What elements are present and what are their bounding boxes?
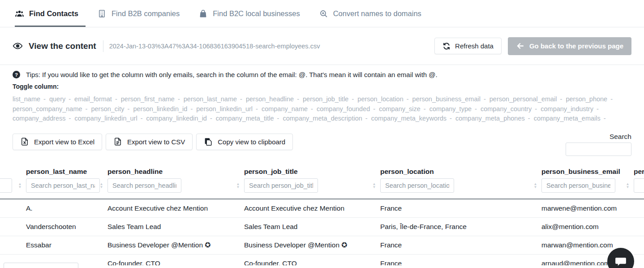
table-cell: A. — [15, 204, 96, 212]
sort-arrows-icon[interactable]: ▲▼ — [235, 182, 241, 189]
toggle-column-link[interactable]: company_meta_phones- — [455, 115, 532, 122]
top-tab-bar: Find Contacts Find B2B companies Find B2… — [0, 0, 644, 27]
separator: - — [43, 95, 46, 103]
toggle-column-link[interactable]: company_linkedin_url- — [74, 115, 144, 122]
search-label: Search — [610, 133, 631, 141]
table-cell: Co-founder, CTO — [96, 259, 233, 265]
sort-arrows-icon[interactable]: ▲▼ — [371, 182, 377, 189]
separator: - — [352, 95, 354, 103]
separator: - — [535, 105, 537, 112]
table-cell: Account Executive chez Mention — [96, 204, 233, 212]
column-filter-input[interactable] — [107, 178, 181, 193]
separator: - — [560, 95, 562, 103]
column-filter-input[interactable] — [541, 178, 615, 193]
table-cell: Vanderschooten — [15, 223, 96, 231]
export-buttons: Export view to Excel Export view to CSV … — [13, 134, 293, 150]
toggle-column-link[interactable]: company_name- — [262, 105, 315, 112]
toggle-column-link[interactable]: company_linkedin_id- — [146, 115, 214, 122]
toggle-column-link[interactable]: company_meta_title- — [216, 115, 281, 122]
toggle-column-link[interactable]: person_linkedin_url- — [196, 105, 260, 112]
tips-text: Tips: If you would like to get the colum… — [26, 71, 438, 78]
toggle-column-link[interactable]: person_job_title- — [303, 95, 356, 103]
column-title: person_business_email — [541, 168, 623, 176]
toggle-column-link[interactable]: company_founded- — [317, 105, 377, 112]
zoom-in-icon — [319, 9, 328, 18]
table-cell: marwene@mention.com — [530, 204, 623, 212]
toggle-column-link[interactable]: person_company_name- — [13, 105, 89, 112]
toggle-column-link[interactable]: query- — [49, 95, 73, 103]
tab-label: Find Contacts — [29, 9, 78, 18]
column-title: person_location — [380, 168, 530, 176]
table-cell: Sales Team Lead — [233, 223, 369, 231]
toggle-column-link[interactable]: person_linkedin_id- — [133, 105, 194, 112]
table-row: Co-founder, CTO Co-founder, CTO France a… — [0, 255, 644, 265]
separator: - — [128, 105, 130, 112]
separator: - — [178, 95, 180, 103]
toggle-column-link[interactable]: company_type- — [429, 105, 479, 112]
column-filter-input[interactable] — [634, 178, 644, 193]
toggle-column-link[interactable]: person_personal_email- — [489, 95, 564, 103]
column-filter-input[interactable] — [244, 178, 318, 193]
copy-icon — [204, 137, 213, 146]
toggle-column-link[interactable]: person_location- — [357, 95, 410, 103]
toggle-column-link[interactable]: company_meta_emails- — [534, 115, 608, 122]
building-icon — [97, 9, 107, 18]
column-filter-input[interactable] — [0, 178, 12, 193]
question-mark-icon: ? — [13, 71, 20, 78]
toggle-column-link[interactable]: list_name- — [13, 95, 47, 103]
separator: - — [141, 115, 143, 122]
toggle-column-link[interactable]: person_first_name- — [121, 95, 182, 103]
refresh-data-button[interactable]: Refresh data — [434, 38, 502, 54]
separator: - — [484, 95, 486, 103]
column-header-person_personal_email: person_personal_email ▲▼ — [623, 168, 644, 193]
column-header-person_last_name: person_last_name ▲▼ — [15, 168, 96, 193]
tab-convert-names-to-domains[interactable]: Convert names to domains — [319, 0, 423, 27]
separator: - — [604, 115, 606, 122]
toggle-column-link[interactable]: company_meta_keywords- — [371, 115, 454, 122]
toggle-column-link[interactable]: company_meta_description- — [283, 115, 369, 122]
refresh-label: Refresh data — [455, 42, 494, 50]
table-cell: Co-founder, CTO — [233, 259, 369, 265]
column-filter-input[interactable] — [380, 178, 454, 193]
toggle-column-link[interactable]: person_city- — [91, 105, 131, 112]
sort-arrows-icon[interactable]: ▲▼ — [532, 182, 538, 189]
copy-to-clipboard-button[interactable]: Copy view to clipboard — [196, 134, 293, 150]
table-cell: France — [369, 259, 530, 265]
separator: - — [311, 105, 313, 112]
chat-bubble-icon — [614, 255, 627, 268]
separator: - — [450, 115, 452, 122]
sort-arrows-icon[interactable]: ▲▼ — [99, 182, 104, 189]
toggle-column-link[interactable]: company_address- — [13, 115, 73, 122]
separator: - — [475, 105, 477, 112]
global-search: Search — [566, 133, 631, 156]
global-search-input[interactable] — [566, 143, 631, 156]
export-excel-label: Export view to Excel — [34, 138, 94, 146]
export-excel-button[interactable]: Export view to Excel — [13, 134, 102, 150]
toggle-column-link[interactable]: email_format- — [74, 95, 119, 103]
export-csv-button[interactable]: Export view to CSV — [106, 134, 193, 150]
go-back-label: Go back to the previous page — [529, 42, 623, 50]
toggle-column-link[interactable]: company_country- — [481, 105, 539, 112]
column-header-person_business_email: person_business_email ▲▼ — [530, 168, 623, 193]
go-back-button[interactable]: Go back to the previous page — [508, 37, 631, 55]
toggle-column-link[interactable]: person_business_email- — [412, 95, 488, 103]
table-cell: Business Developer @Mention ✪ — [96, 241, 233, 249]
separator: - — [373, 105, 375, 112]
toggle-column-link[interactable]: person_last_name- — [184, 95, 244, 103]
tab-find-contacts[interactable]: Find Contacts — [15, 0, 80, 27]
data-table-viewport: ▲▼ person_last_name ▲▼ person_headline ▲… — [0, 163, 644, 265]
separator: - — [528, 115, 530, 122]
sort-arrows-icon[interactable]: ▲▼ — [625, 182, 631, 189]
toggle-column-link[interactable]: company_size- — [379, 105, 428, 112]
toggle-column-link[interactable]: person_headline- — [246, 95, 301, 103]
table-cell: Account Executive chez Mention — [233, 204, 369, 212]
sort-arrows-icon[interactable]: ▲▼ — [17, 182, 23, 189]
table-cell: Essabar — [15, 241, 96, 249]
tab-find-b2b-companies[interactable]: Find B2B companies — [97, 0, 181, 27]
tab-find-b2c-local-businesses[interactable]: Find B2C local businesses — [198, 0, 301, 27]
toggle-column-link[interactable]: person_phone- — [566, 95, 614, 103]
toggle-column-link[interactable]: company_industry- — [541, 105, 601, 112]
separator: - — [610, 95, 613, 103]
toggle-column-list: list_name- query- email_format- person_f… — [13, 95, 631, 124]
column-filter-input[interactable] — [26, 178, 100, 193]
